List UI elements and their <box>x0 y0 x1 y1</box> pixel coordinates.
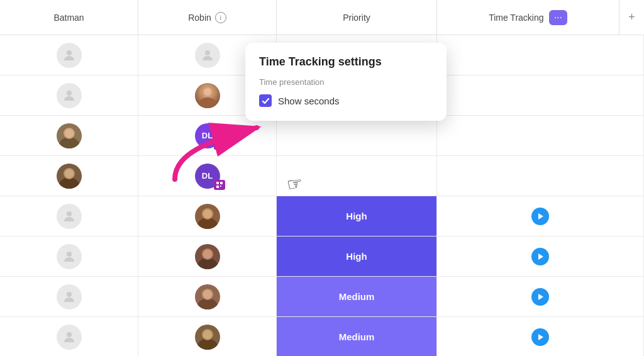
avatar-photo <box>57 123 82 148</box>
avatar-placeholder <box>57 43 82 68</box>
cell-time-2 <box>437 75 644 115</box>
avatar-placeholder <box>57 204 82 229</box>
table-container: Batman Robin i Priority Time Tracking ··… <box>0 0 644 356</box>
svg-point-15 <box>65 169 74 178</box>
cell-time-4 <box>437 156 644 196</box>
popup-checkbox-row: Show seconds <box>259 94 433 107</box>
svg-rect-18 <box>216 186 219 188</box>
table-row: High <box>0 236 644 277</box>
show-seconds-label: Show seconds <box>278 96 340 106</box>
svg-point-30 <box>67 292 72 297</box>
table-row: High <box>0 196 644 236</box>
time-tracking-settings-popup: Time Tracking settings Time presentation… <box>245 43 447 121</box>
cell-robin-8 <box>138 317 277 356</box>
add-column-button[interactable]: + <box>619 0 644 35</box>
more-options-button[interactable]: ··· <box>549 10 567 25</box>
avatar-photo <box>195 284 220 309</box>
svg-marker-29 <box>538 253 543 260</box>
avatar-placeholder <box>195 43 220 68</box>
cell-robin-4: DL <box>138 156 277 196</box>
cell-batman-1 <box>0 35 138 75</box>
svg-point-20 <box>67 211 72 216</box>
avatar-placeholder <box>57 284 82 309</box>
svg-point-1 <box>205 50 210 55</box>
cell-robin-7 <box>138 277 277 316</box>
table-row: Medium <box>0 277 644 317</box>
svg-rect-17 <box>220 182 223 184</box>
dl-badge-2 <box>214 180 225 190</box>
svg-point-4 <box>199 97 216 108</box>
cell-time-1 <box>437 35 644 75</box>
table-row: DL <box>0 116 644 156</box>
column-robin: Robin i <box>138 0 277 35</box>
svg-point-23 <box>203 209 212 218</box>
svg-rect-11 <box>216 145 219 148</box>
avatar-placeholder <box>57 325 82 350</box>
cell-batman-5 <box>0 196 138 236</box>
play-button-7[interactable] <box>531 288 549 306</box>
cell-priority-8[interactable]: Medium <box>277 317 437 356</box>
cell-time-5 <box>437 196 644 236</box>
svg-point-38 <box>203 330 212 339</box>
show-seconds-checkbox[interactable] <box>259 94 272 107</box>
svg-rect-19 <box>220 186 221 187</box>
cell-batman-4 <box>0 156 138 196</box>
cell-priority-5[interactable]: High <box>277 196 437 236</box>
avatar-placeholder <box>57 244 82 269</box>
svg-rect-10 <box>220 142 223 144</box>
cell-batman-6 <box>0 236 138 276</box>
avatar-placeholder <box>57 83 82 108</box>
cell-priority-3 <box>277 116 437 155</box>
avatar-photo <box>195 83 220 108</box>
cell-batman-8 <box>0 317 138 356</box>
robin-info-icon[interactable]: i <box>215 12 226 23</box>
cell-batman-2 <box>0 75 138 115</box>
svg-point-35 <box>67 332 72 337</box>
avatar-photo <box>57 164 82 189</box>
cell-time-3 <box>437 116 644 155</box>
cell-priority-6[interactable]: High <box>277 236 437 276</box>
cell-robin-6 <box>138 236 277 276</box>
column-time-tracking: Time Tracking ··· <box>437 0 619 35</box>
cell-batman-3 <box>0 116 138 155</box>
svg-point-8 <box>65 129 74 138</box>
column-batman: Batman <box>0 0 138 35</box>
svg-point-0 <box>67 50 72 55</box>
cell-time-6 <box>437 236 644 276</box>
svg-point-33 <box>203 290 212 299</box>
cell-robin-5 <box>138 196 277 236</box>
column-priority: Priority <box>277 0 437 35</box>
svg-point-5 <box>204 88 211 96</box>
avatar-photo <box>195 204 220 229</box>
avatar-photo <box>195 244 220 269</box>
svg-rect-16 <box>216 182 219 184</box>
cell-robin-3: DL <box>138 116 277 155</box>
table-row: DL <box>0 156 644 196</box>
play-button-6[interactable] <box>531 248 549 265</box>
avatar-photo <box>195 325 220 350</box>
cell-priority-7[interactable]: Medium <box>277 277 437 316</box>
svg-rect-9 <box>216 142 219 144</box>
play-button-8[interactable] <box>531 328 549 346</box>
cell-priority-4 <box>277 156 437 196</box>
dl-badge <box>214 140 225 150</box>
cell-batman-7 <box>0 277 138 316</box>
cell-time-7 <box>437 277 644 316</box>
popup-section-label: Time presentation <box>259 77 433 87</box>
svg-rect-12 <box>220 145 221 147</box>
svg-point-28 <box>203 250 212 259</box>
svg-marker-24 <box>538 213 543 220</box>
svg-marker-34 <box>538 294 543 300</box>
cell-time-8 <box>437 317 644 356</box>
svg-point-25 <box>67 252 72 257</box>
table-header: Batman Robin i Priority Time Tracking ··… <box>0 0 644 35</box>
play-button-5[interactable] <box>531 208 549 225</box>
svg-point-2 <box>67 91 72 96</box>
table-row: Medium <box>0 317 644 356</box>
svg-marker-39 <box>538 334 543 340</box>
popup-title: Time Tracking settings <box>259 55 433 69</box>
